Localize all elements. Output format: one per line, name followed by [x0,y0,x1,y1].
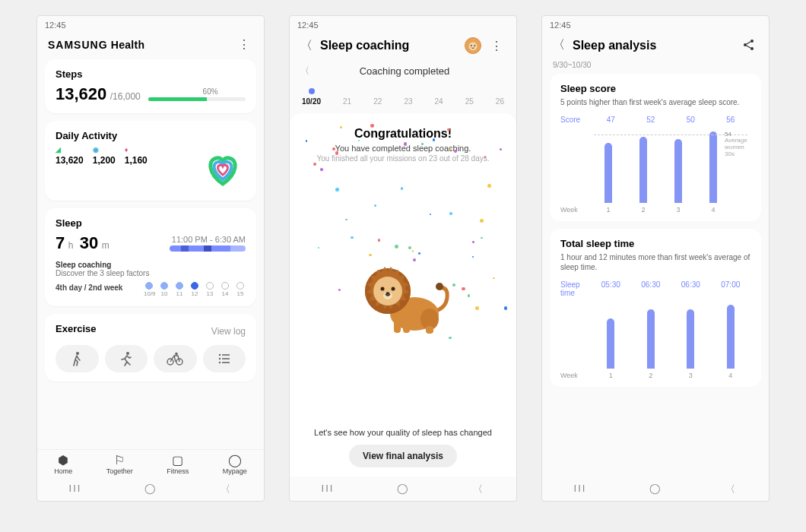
svg-point-24 [392,287,395,290]
tab-together[interactable]: ⚐Together [106,454,133,475]
svg-point-29 [750,47,754,50]
phone-home: 12:45 SAMSUNG Health ⋮ Steps 13,620 /16,… [36,15,265,502]
svg-point-1 [126,352,129,355]
phone-coaching: 12:45 〈 Sleep coaching ⋮ 〈 Coaching comp… [289,15,517,502]
steps-goal: /16,000 [110,91,141,102]
nav-home[interactable]: ◯ [397,483,410,496]
share-icon[interactable] [740,39,758,54]
nav-back[interactable]: 〈 [221,483,232,496]
activity-metric-steps: ◢ 13,620 [56,146,84,166]
svg-point-13 [471,45,472,46]
congrats-card: Congratulations! You have completed slee… [290,113,516,477]
brand-samsung: SAMSUNG [48,39,108,51]
svg-point-15 [436,283,443,290]
svg-point-5 [219,354,221,356]
sleep-card[interactable]: Sleep 7 h 30 m 11:00 PM - 6:30 AM Sleep … [45,208,256,306]
svg-rect-10 [222,362,230,363]
bottom-tabs: ⬢Home ⚐Together ▢Fitness ◯Mypage [37,449,264,477]
tab-mypage[interactable]: ◯Mypage [223,454,247,475]
status-time: 12:45 [290,16,516,31]
more-icon[interactable]: ⋮ [487,39,506,53]
home-content: Steps 13,620 /16,000 60% Daily Activity … [37,59,264,449]
nav-home[interactable]: ◯ [649,483,662,496]
steps-progress [148,97,246,101]
svg-point-28 [750,40,754,43]
steps-pct-label: 60% [203,87,246,96]
nav-back[interactable]: 〈 [725,483,737,496]
sleep-bar [170,245,246,252]
lion-avatar-icon[interactable] [465,37,481,54]
svg-point-23 [381,287,385,290]
svg-point-4 [175,353,178,356]
score-desc: 5 points higher than first week's averag… [560,97,750,108]
activity-title: Daily Activity [56,130,246,141]
nav-recents[interactable]: III [69,483,82,496]
app-brand: SAMSUNG Health [48,39,144,51]
steps-value: 13,620 [56,84,106,103]
tab-home[interactable]: ⬢Home [54,454,72,475]
nav-back[interactable]: 〈 [473,483,484,496]
svg-point-26 [386,292,390,295]
svg-point-9 [219,362,221,363]
coaching-subheader: 〈 Coaching completed [290,62,516,85]
date-range: 9/30~10/30 [542,61,769,74]
coaching-title: Sleep coaching [56,261,246,269]
total-card[interactable]: Total sleep time 1 hour and 12 minutes m… [550,229,761,387]
back-icon[interactable]: 〈 [300,38,320,54]
sleep-title: Sleep [56,217,246,229]
svg-rect-19 [394,319,401,333]
exercise-card[interactable]: Exercise View log [45,314,256,382]
score-xlabel: Week [560,206,591,214]
sleep-minutes: 30 [80,233,98,252]
sub-back-icon[interactable]: 〈 [300,65,314,78]
activity-metric-cal: ♦ 1,160 [125,146,148,166]
total-values: 05:3006:3006:3007:00 [591,280,750,297]
back-icon[interactable]: 〈 [553,37,573,53]
lion-illustration [350,247,456,338]
score-values: 47525056 [591,116,750,124]
nav-home[interactable]: ◯ [144,483,157,496]
exercise-run-button[interactable] [105,345,148,372]
score-card[interactable]: Sleep score 5 points higher than first w… [550,74,761,221]
more-icon[interactable]: ⋮ [235,37,253,52]
page-title: Sleep analysis [573,39,740,52]
svg-point-27 [744,43,747,46]
status-time: 12:45 [37,16,264,31]
app-header: SAMSUNG Health ⋮ [37,31,264,59]
coaching-day-dots: 10/9101112131415 [144,282,246,297]
congrats-line1: You have completed sleep coaching. [300,144,506,153]
date-strip[interactable]: 10/20212223242526 [290,85,516,113]
total-bars [591,300,750,369]
total-title: Total sleep time [560,238,750,249]
exercise-bike-button[interactable] [154,345,197,372]
activity-card[interactable]: Daily Activity ◢ 13,620 ◉ 1,200 ♦ 1,160 [45,121,256,201]
coaching-progress: 4th day / 2nd week [56,283,122,292]
tab-fitness[interactable]: ▢Fitness [167,454,189,475]
sleep-window: 11:00 PM - 6:30 AM [170,235,246,244]
svg-rect-18 [426,326,433,334]
brand-health: Health [111,39,145,51]
view-analysis-button[interactable]: View final analysis [349,445,457,467]
total-ylabel: Sleep time [560,280,591,297]
exercise-walk-button[interactable] [56,345,99,372]
score-ylabel: Score [560,116,591,124]
steps-card[interactable]: Steps 13,620 /16,000 60% [45,59,256,113]
analysis-header: 〈 Sleep analysis [542,31,769,61]
quality-text: Let's see how your quality of sleep has … [300,428,506,437]
svg-point-0 [76,352,79,355]
svg-point-7 [219,358,221,359]
nav-recents[interactable]: III [574,483,587,496]
android-navbar: III ◯ 〈 [290,477,516,501]
svg-point-12 [469,42,478,50]
coaching-status: Coaching completed [320,65,489,77]
svg-rect-20 [403,319,410,333]
status-time: 12:45 [542,16,769,31]
view-log-link[interactable]: View log [211,326,246,337]
nav-recents[interactable]: III [322,483,335,496]
total-desc: 1 hour and 12 minutes more than first we… [560,252,750,273]
steps-title: Steps [56,68,246,80]
sleep-hours: 7 [56,233,65,252]
android-navbar: III ◯ 〈 [37,477,264,501]
score-title: Sleep score [560,83,750,94]
exercise-list-button[interactable] [203,345,246,372]
